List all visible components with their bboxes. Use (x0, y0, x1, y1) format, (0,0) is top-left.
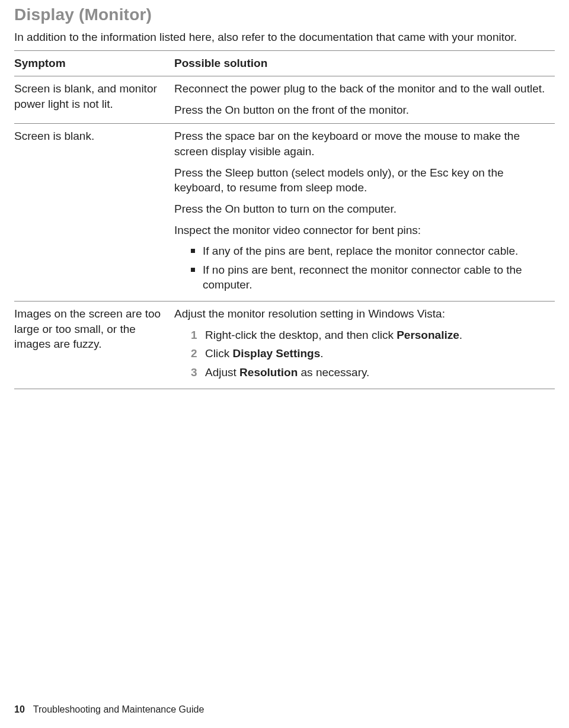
table-header-solution: Possible solution (174, 51, 555, 76)
list-item: Adjust Resolution as necessary. (191, 365, 549, 380)
solution-bullets: If any of the pins are bent, replace the… (174, 243, 549, 293)
solution-para: Press the Sleep button (select models on… (174, 165, 549, 195)
symptom-cell: Screen is blank. (14, 124, 174, 302)
symptom-cell: Screen is blank, and monitor power light… (14, 76, 174, 124)
list-item: If no pins are bent, reconnect the monit… (191, 262, 549, 293)
solution-lead: Adjust the monitor resolution setting in… (174, 306, 549, 322)
doc-title: Troubleshooting and Maintenance Guide (33, 704, 204, 714)
list-item: Right-click the desktop, and then click … (191, 328, 549, 343)
step-post: as necessary. (298, 366, 369, 379)
step-keyword: Resolution (239, 366, 298, 379)
step-pre: Click (205, 347, 232, 360)
solution-steps: Right-click the desktop, and then click … (174, 328, 549, 380)
section-intro: In addition to the information listed he… (14, 30, 555, 45)
step-post: . (459, 329, 462, 341)
step-keyword: Display Settings (232, 347, 320, 360)
table-row: Screen is blank, and monitor power light… (14, 76, 555, 124)
step-post: . (320, 347, 323, 360)
table-row: Screen is blank. Press the space bar on … (14, 124, 555, 302)
section-title: Display (Monitor) (14, 4, 555, 26)
list-item: Click Display Settings. (191, 346, 549, 361)
troubleshooting-table: Symptom Possible solution Screen is blan… (14, 50, 555, 389)
solution-cell: Adjust the monitor resolution setting in… (174, 302, 555, 389)
solution-cell: Reconnect the power plug to the back of … (174, 76, 555, 124)
list-item: If any of the pins are bent, replace the… (191, 243, 549, 259)
solution-para: Press the On button on the front of the … (174, 102, 549, 118)
page-footer: 10Troubleshooting and Maintenance Guide (14, 703, 204, 716)
solution-para: Press the space bar on the keyboard or m… (174, 129, 549, 159)
solution-cell: Press the space bar on the keyboard or m… (174, 124, 555, 302)
solution-para: Press the On button to turn on the compu… (174, 201, 549, 217)
page-content: Display (Monitor) In addition to the inf… (0, 0, 569, 389)
symptom-cell: Images on the screen are too large or to… (14, 302, 174, 389)
step-pre: Adjust (205, 366, 239, 379)
step-keyword: Personalize (397, 329, 459, 341)
step-pre: Right-click the desktop, and then click (205, 329, 397, 341)
table-row: Images on the screen are too large or to… (14, 302, 555, 389)
solution-para: Reconnect the power plug to the back of … (174, 81, 549, 97)
page-number: 10 (14, 704, 25, 714)
solution-para: Inspect the monitor video connector for … (174, 223, 549, 238)
table-header-symptom: Symptom (14, 51, 174, 76)
